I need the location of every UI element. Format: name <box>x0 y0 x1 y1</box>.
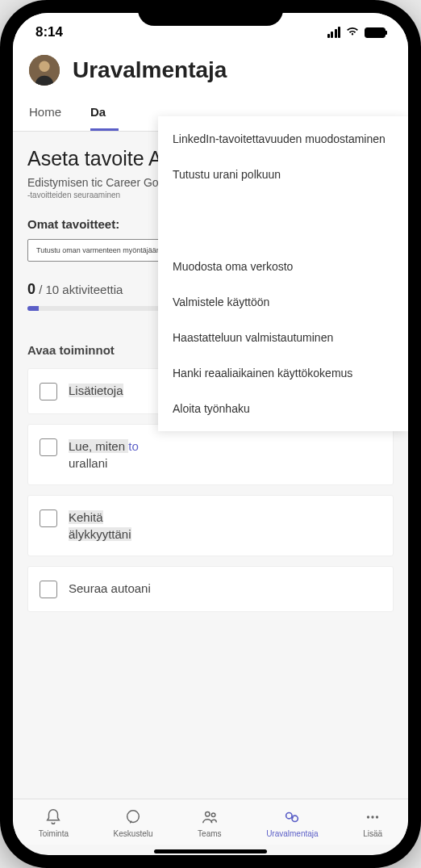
nav-activity[interactable]: Toiminta <box>39 807 69 838</box>
status-icons <box>327 25 386 40</box>
svg-point-3 <box>205 812 210 817</box>
svg-point-9 <box>376 816 378 818</box>
app-header: Uravalmentaja <box>13 47 408 97</box>
dropdown-item[interactable]: Haastatteluun valmistautuminen <box>158 320 408 355</box>
status-time: 8:14 <box>35 24 63 40</box>
dropdown-item[interactable]: Muodosta oma verkosto <box>158 249 408 284</box>
checkbox[interactable] <box>40 581 57 598</box>
progress-total: / 10 aktiviteettia <box>39 283 123 296</box>
progress-fill <box>27 306 39 311</box>
dropdown-item[interactable]: Valmistele käyttöön <box>158 284 408 320</box>
action-text: Seuraa autoani <box>69 580 151 597</box>
action-card[interactable]: Seuraa autoani <box>27 566 394 612</box>
action-text: Lue, miten tourallani <box>69 438 139 472</box>
action-text: Lisätietoja <box>69 382 123 399</box>
svg-point-8 <box>372 816 374 818</box>
dropdown-item[interactable]: Aloita työnhaku <box>158 391 408 426</box>
bell-icon <box>44 807 63 827</box>
checkbox[interactable] <box>40 438 57 456</box>
checkbox[interactable] <box>40 383 57 400</box>
nav-label: Keskustelu <box>114 829 153 838</box>
tab-home[interactable]: Home <box>29 97 74 131</box>
phone-frame: 8:14 Uravalmentaja Home Da Aseta tavoite… <box>0 0 421 868</box>
nav-label: Lisää <box>363 829 382 838</box>
dropdown-item[interactable]: Tutustu urani polkuun <box>158 157 408 192</box>
goal-chip[interactable]: Tutustu oman varmenteen myöntäjään <box>27 239 169 262</box>
app-title: Uravalmentaja <box>73 57 227 83</box>
nav-chat[interactable]: Keskustelu <box>114 807 153 838</box>
action-card[interactable]: Kehitäälykkyyttäni <box>27 495 394 556</box>
svg-point-2 <box>127 811 140 823</box>
chat-icon <box>123 807 143 827</box>
dropdown-item[interactable]: LinkedIn-tavoitettavuuden muodostaminen <box>158 121 408 157</box>
more-icon <box>363 807 382 827</box>
dropdown-menu: LinkedIn-tavoitettavuuden muodostaminen … <box>158 116 408 431</box>
nav-coach[interactable]: Uravalmentaja <box>266 807 318 838</box>
progress-count: 0 <box>27 281 35 297</box>
nav-label: Teams <box>198 829 221 838</box>
tab-dashboard[interactable]: Da <box>90 97 119 131</box>
action-text: Kehitäälykkyyttäni <box>69 509 131 543</box>
avatar[interactable] <box>29 55 60 86</box>
coach-icon <box>282 807 302 827</box>
svg-point-1 <box>39 61 49 72</box>
wifi-icon <box>345 25 360 40</box>
nav-more[interactable]: Lisää <box>363 807 382 838</box>
signal-icon <box>327 27 341 38</box>
svg-point-7 <box>367 816 369 818</box>
svg-point-6 <box>292 816 298 821</box>
bottom-nav: Toiminta Keskustelu Teams Uravalmentaja … <box>13 799 408 845</box>
notch <box>138 0 283 26</box>
battery-icon <box>365 27 386 38</box>
nav-teams[interactable]: Teams <box>198 807 221 838</box>
teams-icon <box>200 807 219 827</box>
dropdown-item[interactable]: Hanki reaaliaikainen käyttökokemus <box>158 355 408 391</box>
nav-label: Uravalmentaja <box>266 829 318 838</box>
nav-label: Toiminta <box>39 829 69 838</box>
svg-point-4 <box>211 813 215 817</box>
home-indicator[interactable] <box>154 849 267 853</box>
checkbox[interactable] <box>40 509 57 527</box>
action-card[interactable]: Lue, miten tourallani <box>27 424 394 485</box>
screen: 8:14 Uravalmentaja Home Da Aseta tavoite… <box>13 13 408 855</box>
